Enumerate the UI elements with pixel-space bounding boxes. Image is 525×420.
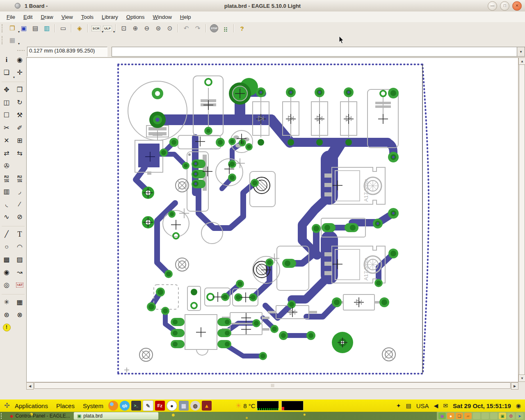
dock-eagle-icon[interactable]: ▣ [499, 413, 506, 419]
panel-grip[interactable] [1, 413, 4, 419]
tool-autoroute[interactable]: ▦ [13, 296, 26, 308]
undo-button[interactable]: ↶ [180, 23, 192, 33]
ulp-button[interactable]: ULP▾ [102, 23, 113, 33]
tool-name[interactable]: R210k [0, 172, 13, 185]
workspace-3[interactable] [490, 413, 498, 419]
menu-window[interactable]: Window [149, 12, 176, 22]
task-control-panel[interactable]: ◆ Control Panel - EAGLE... [7, 412, 73, 420]
grid-button[interactable]: ▦▾ [7, 35, 18, 45]
tool-smash[interactable]: ▥ [0, 185, 13, 198]
tool-group[interactable]: ☐ [0, 109, 13, 121]
command-input[interactable] [112, 47, 517, 57]
vertical-scroll-thumb[interactable] [519, 64, 525, 375]
tool-delete[interactable]: ✕ [0, 134, 13, 147]
tool-warning[interactable]: ! [0, 321, 13, 334]
command-history-dropdown[interactable]: ▾ [517, 47, 525, 57]
layer-status-button[interactable]: ⣶ [220, 23, 231, 33]
zoom-select-button[interactable]: ⊜ [153, 23, 164, 33]
tool-text[interactable]: T [13, 228, 26, 240]
tool-rect[interactable]: ▩ [0, 253, 13, 266]
maximize-button[interactable]: □ [500, 1, 509, 11]
toolbar-grip[interactable] [2, 36, 5, 44]
menu-options[interactable]: Options [122, 12, 149, 22]
tool-pinswap[interactable]: ⇄ [0, 147, 13, 160]
dock-firefox-icon[interactable]: ● [447, 413, 454, 419]
scroll-down-button[interactable]: ▼ [518, 374, 525, 382]
minimize-button[interactable]: — [488, 1, 497, 11]
zoom-out-button[interactable]: ⊖ [141, 23, 153, 33]
tool-attribute[interactable]: >AT [13, 278, 26, 291]
tool-cut[interactable]: ✂ [0, 121, 13, 134]
scroll-up-button[interactable]: ▲ [518, 57, 525, 65]
export-button[interactable]: ▥ [41, 23, 52, 33]
tool-hole[interactable]: ◎ [0, 278, 13, 291]
burner-launcher-icon[interactable]: ▲ [202, 401, 212, 411]
tool-optimize[interactable]: ∕ [13, 198, 26, 210]
keyboard-icon[interactable]: ▤ [406, 402, 411, 409]
clock-label[interactable]: Sat 29 Oct, 15:51:19 [453, 402, 511, 409]
scroll-left-button[interactable]: ◀ [26, 382, 34, 390]
tool-ripup[interactable]: ⊘ [13, 210, 26, 223]
dock-bird-icon[interactable]: ➤ [516, 413, 523, 419]
tool-arc[interactable]: ◠ [13, 240, 26, 253]
tool-polygon[interactable]: ▨ [13, 253, 26, 266]
tool-add[interactable]: ⊞▾ [13, 134, 26, 147]
weather-applet[interactable]: ☀ 8 °C [235, 402, 256, 410]
stop-button[interactable]: STOP [208, 23, 220, 33]
print-button[interactable]: ▤ [30, 23, 41, 33]
dock-folder-icon[interactable]: ▰ [464, 413, 472, 419]
volume-icon[interactable]: ◀ [434, 402, 438, 409]
tool-paste[interactable]: ✐ [13, 121, 26, 134]
keyboard-layout-label[interactable]: USA [416, 402, 429, 409]
tool-value[interactable]: R210k▾ [13, 172, 26, 185]
tool-signal[interactable]: ↝ [13, 266, 26, 278]
applications-menu[interactable]: Applications [11, 401, 52, 411]
tool-split[interactable]: ◟ [0, 198, 13, 210]
script-button[interactable]: SCR▾ [90, 23, 102, 33]
firefox-launcher-icon[interactable] [108, 401, 118, 411]
tux-launcher-icon[interactable]: ● [167, 400, 177, 411]
menu-library[interactable]: Library [98, 12, 122, 22]
menu-edit[interactable]: Edit [19, 12, 37, 22]
board-schematic-button[interactable]: ▭ [57, 23, 69, 33]
dock-images-icon[interactable]: ❏ [456, 413, 463, 419]
text-editor-launcher-icon[interactable]: ✎ [143, 400, 153, 411]
menu-tools[interactable]: Tools [77, 12, 98, 22]
help-button[interactable]: ? [236, 23, 248, 33]
zoom-fit-button[interactable]: ⊡ [118, 23, 130, 33]
qbittorrent-launcher-icon[interactable]: qb [120, 401, 130, 411]
tool-mirror[interactable]: ◫ [0, 96, 13, 109]
tool-info[interactable]: i [0, 53, 13, 66]
tool-wire[interactable]: ╱ [0, 228, 13, 240]
places-menu[interactable]: Places [52, 401, 79, 411]
save-button[interactable]: ▣ [18, 23, 30, 33]
tool-miter[interactable]: ◞ [13, 185, 26, 198]
tool-lock[interactable]: ✇ [0, 160, 13, 172]
close-button[interactable]: ✕ [512, 1, 522, 11]
gimp-launcher-icon[interactable]: ◍ [190, 401, 200, 411]
tool-circle[interactable]: ○ [0, 240, 13, 253]
task-plata-brd[interactable]: ▣ plata.brd [73, 412, 159, 420]
tool-show[interactable]: ◉ [13, 53, 26, 66]
toolbar-grip[interactable] [2, 24, 5, 32]
tool-mark[interactable]: ✛ [13, 66, 26, 79]
board-canvas[interactable]: A17,5mm A17,5mm [26, 57, 519, 382]
mail-icon[interactable]: ✉ [443, 402, 448, 409]
zoom-redraw-button[interactable]: ⊙ [164, 23, 176, 33]
menu-view[interactable]: View [57, 12, 77, 22]
dock-colorwheel-icon[interactable]: ❂ [507, 413, 515, 419]
tool-display-layers[interactable]: ❏▾ [0, 66, 13, 79]
zoom-in-button[interactable]: ⊕ [130, 23, 141, 33]
filezilla-launcher-icon[interactable]: Fz [155, 401, 165, 411]
horizontal-scrollbar[interactable]: ◀ ▶ [26, 382, 518, 389]
calculator-launcher-icon[interactable]: ▦ [179, 401, 189, 411]
redo-button[interactable]: ↷ [192, 23, 203, 33]
power-button-icon[interactable]: ◉ [516, 402, 521, 409]
menu-file[interactable]: File [2, 12, 19, 22]
tool-copy[interactable]: ❒ [13, 83, 26, 96]
workspace-1[interactable] [473, 413, 480, 419]
system-menu[interactable]: System [79, 401, 107, 411]
tool-change[interactable]: ⚒ [13, 109, 26, 121]
horizontal-scroll-thumb[interactable] [34, 382, 511, 389]
tool-drc[interactable]: ⊛ [0, 308, 13, 321]
